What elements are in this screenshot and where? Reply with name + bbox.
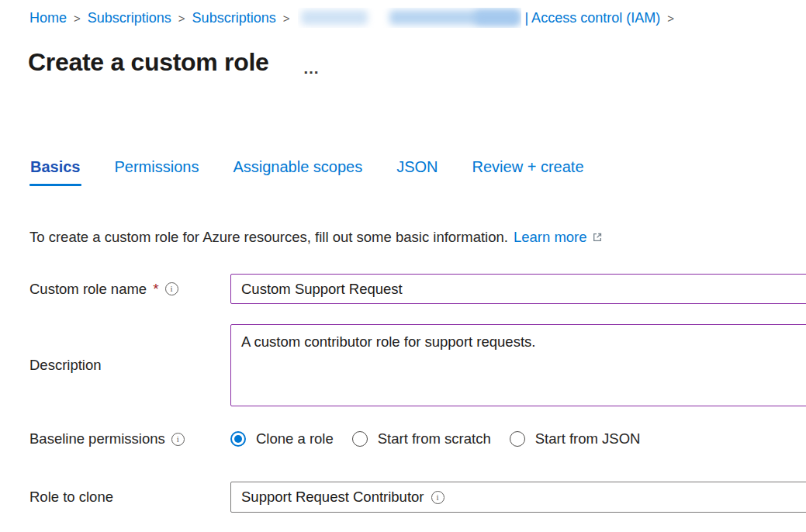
page-header: Create a custom role … [28,47,806,78]
baseline-permissions-label: Baseline permissions [29,430,165,447]
redaction-blur [475,10,520,25]
tab-basics[interactable]: Basics [29,157,81,186]
breadcrumb-separator: > [667,12,674,25]
breadcrumb-access-control-iam[interactable]: | Access control (IAM) [524,10,660,26]
intro-text: To create a custom role for Azure resour… [29,229,508,246]
radio-label: Start from JSON [535,430,641,447]
custom-role-name-label: Custom role name [29,281,147,298]
required-asterisk: * [153,281,158,298]
breadcrumb-home[interactable]: Home [29,10,67,26]
radio-option-start-from-scratch[interactable]: Start from scratch [352,430,491,447]
radio-label: Clone a role [256,430,334,447]
role-to-clone-label: Role to clone [29,489,113,506]
redaction-blur [301,10,368,25]
radio-unselected-icon[interactable] [352,431,368,447]
role-to-clone-row: Role to clone Support Request Contributo… [29,482,806,513]
tab-permissions[interactable]: Permissions [114,157,200,186]
baseline-permissions-row: Baseline permissions Clone a role Start … [29,430,806,447]
radio-unselected-icon[interactable] [510,431,525,447]
breadcrumb-subscriptions-1[interactable]: Subscriptions [88,10,171,26]
basics-form: Custom role name * Description A custom … [29,274,806,513]
intro-line: To create a custom role for Azure resour… [29,229,806,246]
page-title: Create a custom role [28,47,269,78]
breadcrumb-subscriptions-2[interactable]: Subscriptions [192,10,276,26]
breadcrumb-separator: > [74,12,81,25]
info-icon[interactable] [431,491,445,504]
info-icon[interactable] [171,433,185,446]
breadcrumb-separator: > [283,12,290,25]
tab-json[interactable]: JSON [396,157,438,186]
tab-assignable-scopes[interactable]: Assignable scopes [232,157,363,186]
breadcrumb-redacted-subscription-name[interactable] [298,8,521,28]
breadcrumb-separator: > [178,12,185,25]
description-textarea[interactable]: A custom contributor role for support re… [230,324,806,406]
description-label: Description [29,357,102,374]
radio-option-start-from-json[interactable]: Start from JSON [510,430,641,447]
breadcrumb: Home > Subscriptions > Subscriptions > |… [0,0,806,28]
tab-bar: Basics Permissions Assignable scopes JSO… [29,157,806,186]
tab-review-create[interactable]: Review + create [472,157,585,186]
info-icon[interactable] [165,282,178,295]
custom-role-name-row: Custom role name * [29,274,806,304]
role-to-clone-value: Support Request Contributor [241,489,424,506]
role-to-clone-input[interactable]: Support Request Contributor [230,482,806,513]
radio-label: Start from scratch [378,430,491,447]
radio-selected-icon[interactable] [230,431,246,447]
external-link-icon [591,231,604,244]
description-row: Description A custom contributor role fo… [29,324,806,406]
radio-option-clone-a-role[interactable]: Clone a role [230,430,334,447]
custom-role-name-input[interactable] [230,274,806,304]
baseline-permissions-radio-group: Clone a role Start from scratch Start fr… [230,430,640,447]
learn-more-link[interactable]: Learn more [514,229,587,246]
more-options-button[interactable]: … [303,60,320,76]
